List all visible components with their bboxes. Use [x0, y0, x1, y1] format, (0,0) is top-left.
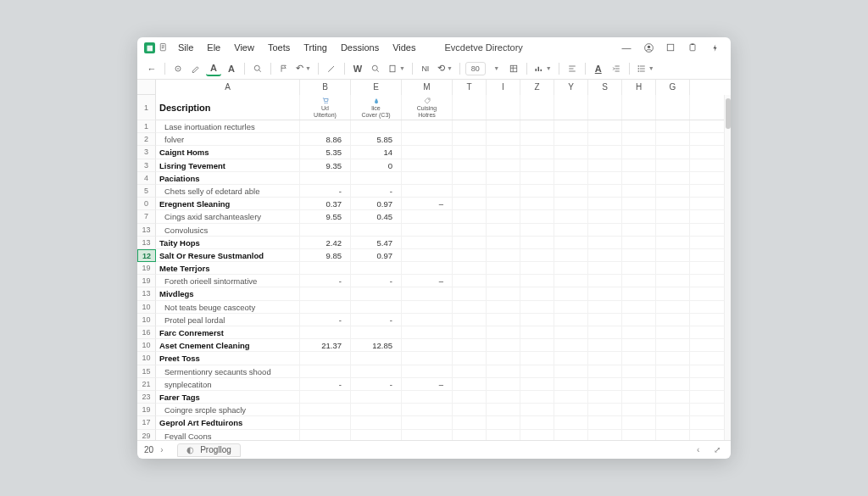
cell-empty[interactable]	[453, 391, 487, 403]
cell-empty[interactable]	[487, 198, 520, 209]
cell-empty[interactable]	[520, 314, 554, 326]
pen-icon[interactable]	[188, 61, 203, 76]
back-button[interactable]: ←	[144, 61, 159, 76]
col-header-b[interactable]: B	[300, 80, 351, 95]
cell-value[interactable]	[351, 416, 402, 428]
cell-empty[interactable]	[453, 198, 487, 209]
table-row[interactable]: Cings axid sarchanteaslery9.550.45	[156, 210, 731, 223]
sheet-tab[interactable]: ◐ Progllog	[177, 443, 241, 457]
cell-empty[interactable]	[656, 133, 690, 145]
cell-empty[interactable]	[520, 287, 554, 299]
menu-vides[interactable]: Vides	[387, 41, 420, 54]
cell-empty[interactable]	[453, 275, 487, 287]
cell-value[interactable]	[351, 120, 402, 132]
row-number[interactable]: 4	[137, 172, 156, 185]
cell-value[interactable]: 14	[351, 146, 402, 158]
cell-empty[interactable]	[656, 237, 690, 248]
menu-ele[interactable]: Ele	[202, 41, 225, 54]
cell-value[interactable]: -	[351, 185, 402, 197]
cell-empty[interactable]	[622, 275, 656, 287]
cell-empty[interactable]	[487, 301, 520, 313]
cell-value[interactable]	[402, 210, 453, 222]
cell-empty[interactable]	[453, 146, 487, 158]
table-row[interactable]: Preet Toss	[156, 352, 731, 365]
cell-empty[interactable]	[622, 352, 656, 364]
table-row[interactable]: Geprol Art Fedtuirons	[156, 416, 731, 429]
cell-value[interactable]	[351, 352, 402, 364]
cell-empty[interactable]	[520, 326, 554, 338]
cell-empty[interactable]	[554, 352, 588, 364]
cell-value[interactable]	[402, 416, 453, 428]
cell-empty[interactable]	[656, 224, 690, 236]
account-icon[interactable]	[643, 42, 654, 53]
row-number[interactable]: 19	[137, 404, 156, 416]
cell-description[interactable]: Lisring Tevement	[156, 159, 300, 171]
cell-empty[interactable]	[588, 326, 622, 338]
cell-empty[interactable]	[520, 352, 554, 364]
cell-empty[interactable]	[487, 391, 520, 403]
cell-empty[interactable]	[656, 301, 690, 313]
cell-value[interactable]	[351, 262, 402, 274]
row-number[interactable]: 13	[137, 224, 156, 237]
font-button-a2[interactable]: A	[224, 61, 239, 76]
cell-description[interactable]: Preet Toss	[156, 352, 300, 364]
cell-empty[interactable]	[520, 249, 554, 261]
cell-empty[interactable]	[520, 146, 554, 158]
cell-value[interactable]	[351, 365, 402, 377]
cell-value[interactable]: 5.35	[300, 146, 351, 158]
cell-value[interactable]	[351, 404, 402, 415]
col-header-e[interactable]: E	[351, 80, 402, 95]
cell-empty[interactable]	[487, 404, 520, 415]
cell-value[interactable]: 12.85	[351, 339, 402, 351]
cell-value[interactable]	[402, 249, 453, 261]
cell-empty[interactable]	[554, 133, 588, 145]
cell-empty[interactable]	[453, 339, 487, 351]
cell-empty[interactable]	[487, 314, 520, 326]
cell-empty[interactable]	[487, 416, 520, 428]
layout-icon[interactable]	[506, 61, 521, 76]
cell-empty[interactable]	[656, 430, 690, 441]
cell-empty[interactable]	[453, 404, 487, 415]
cell-empty[interactable]	[453, 159, 487, 171]
zoom-input[interactable]: 80	[465, 62, 486, 75]
cell-empty[interactable]	[622, 237, 656, 248]
cell-value[interactable]	[402, 172, 453, 184]
cell-empty[interactable]	[588, 133, 622, 145]
cell-empty[interactable]	[453, 210, 487, 222]
minimize-icon[interactable]: —	[620, 42, 632, 53]
cell-empty[interactable]	[520, 237, 554, 248]
cell-empty[interactable]	[588, 159, 622, 171]
cell-empty[interactable]	[588, 249, 622, 261]
cell-empty[interactable]	[622, 339, 656, 351]
cell-empty[interactable]	[622, 185, 656, 197]
row-number[interactable]: 0	[137, 198, 156, 210]
draw-icon[interactable]	[324, 61, 339, 76]
menu-toets[interactable]: Toets	[263, 41, 295, 54]
col-header-h[interactable]: H	[622, 80, 656, 95]
cell-value[interactable]: -	[351, 314, 402, 326]
cell-empty[interactable]	[588, 352, 622, 364]
cell-value[interactable]: -	[300, 314, 351, 326]
table-row[interactable]: Chets selly of edetard able--	[156, 185, 731, 198]
cell-empty[interactable]	[656, 352, 690, 364]
cell-value[interactable]: 5.47	[351, 237, 402, 248]
cell-empty[interactable]	[554, 404, 588, 415]
cell-description[interactable]: Chets selly of edetard able	[156, 185, 300, 197]
cell-empty[interactable]	[453, 185, 487, 197]
table-row[interactable]: Coingre srcple sphacly	[156, 404, 731, 416]
cell-value[interactable]	[351, 430, 402, 441]
cell-empty[interactable]	[487, 224, 520, 236]
cell-value[interactable]	[351, 301, 402, 313]
cell-empty[interactable]	[656, 314, 690, 326]
cell-value[interactable]: 0.45	[351, 210, 402, 222]
cell-empty[interactable]	[487, 326, 520, 338]
cell-value[interactable]	[300, 352, 351, 364]
cell-empty[interactable]	[453, 262, 487, 274]
cell-value[interactable]	[300, 224, 351, 236]
cell-empty[interactable]	[588, 378, 622, 390]
list-icon[interactable]: ▼	[635, 61, 656, 76]
zoom-chev[interactable]: ▼	[488, 61, 504, 76]
cell-value[interactable]: 9.55	[300, 210, 351, 222]
cell-value[interactable]: -	[351, 275, 402, 287]
cell-value[interactable]	[300, 430, 351, 441]
